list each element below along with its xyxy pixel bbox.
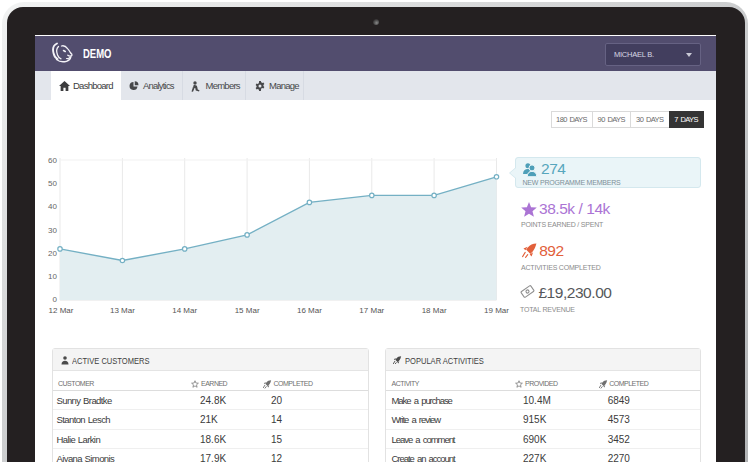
svg-text:13 Mar: 13 Mar (110, 306, 135, 315)
svg-text:40: 40 (48, 202, 57, 211)
svg-text:30: 30 (48, 226, 57, 235)
svg-text:12 Mar: 12 Mar (49, 306, 74, 315)
svg-text:60: 60 (48, 156, 57, 165)
svg-text:19 Mar: 19 Mar (484, 306, 509, 315)
svg-text:18 Mar: 18 Mar (422, 306, 447, 315)
svg-text:17 Mar: 17 Mar (359, 306, 384, 315)
svg-text:0: 0 (53, 295, 58, 304)
svg-text:10: 10 (48, 272, 57, 281)
svg-text:50: 50 (48, 179, 57, 188)
svg-text:16 Mar: 16 Mar (297, 306, 322, 315)
svg-text:14 Mar: 14 Mar (172, 306, 197, 315)
svg-text:15 Mar: 15 Mar (235, 306, 260, 315)
svg-text:20: 20 (48, 249, 57, 258)
